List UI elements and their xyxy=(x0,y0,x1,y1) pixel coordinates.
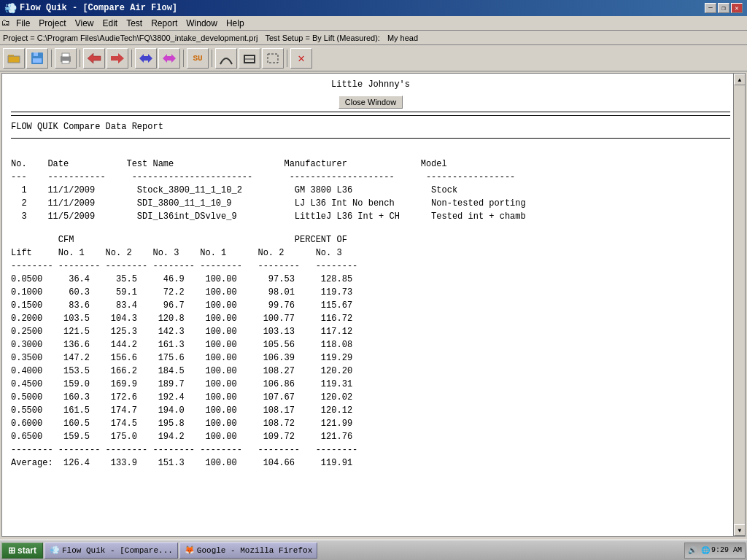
svg-rect-16 xyxy=(268,54,278,63)
data-row: 0.1000 60.3 59.1 72.2 100.00 98.01 119.7… xyxy=(11,286,730,299)
col-testname: Test Name xyxy=(116,159,252,169)
compare2-button[interactable] xyxy=(158,48,180,69)
tests-rows: 1 11/1/2009 Stock_3800_11_1_10_2 GM 3800… xyxy=(11,184,730,223)
restore-button[interactable]: ❐ xyxy=(718,3,729,13)
col-manufacturer: Manufacturer xyxy=(252,159,420,169)
compare1-button[interactable] xyxy=(135,48,157,69)
toolbar: SU ✕ xyxy=(0,45,747,71)
project-label: Project = C:\Program Files\AudieTech\FQ\… xyxy=(3,34,258,42)
data-row: 0.2000 103.5 104.3 120.8 100.00 100.77 1… xyxy=(11,312,730,325)
shape1-button[interactable] xyxy=(215,48,237,69)
separator-5 xyxy=(212,50,212,67)
separator-6 xyxy=(287,50,287,67)
minimize-button[interactable]: — xyxy=(705,3,716,13)
menu-edit[interactable]: Edit xyxy=(98,17,123,30)
print-button[interactable] xyxy=(55,48,77,69)
flow1-button[interactable] xyxy=(83,48,105,69)
data-row: 0.3500 147.2 156.6 175.6 100.00 106.39 1… xyxy=(11,351,730,365)
main-content[interactable]: ▲ ▼ Little Johnny's Close Window FLOW QU… xyxy=(1,73,746,537)
menu-test[interactable]: Test xyxy=(122,17,147,30)
title-bar: 💨 Flow Quik - [Compare Air Flow] — ❐ ✕ xyxy=(0,0,747,16)
inner-window-title: Little Johnny's xyxy=(11,79,730,90)
svg-marker-11 xyxy=(111,53,124,63)
su-button[interactable]: SU xyxy=(187,48,209,69)
menu-file[interactable]: File xyxy=(12,17,34,30)
svg-marker-12 xyxy=(139,54,152,63)
data-row: 0.0500 36.4 35.5 46.9 100.00 97.53 128.8… xyxy=(11,273,730,286)
menu-view[interactable]: View xyxy=(71,17,98,30)
separator-1 xyxy=(51,50,52,67)
data-separator: -------- -------- -------- -------- ----… xyxy=(11,260,730,273)
data-row: 0.5500 161.5 174.7 194.0 100.00 108.17 1… xyxy=(11,404,730,417)
data-row: 0.5000 160.3 172.6 192.4 100.00 107.67 1… xyxy=(11,391,730,404)
col-model: Model xyxy=(421,159,447,169)
close-button[interactable]: ✕ xyxy=(731,3,743,13)
menu-window[interactable]: Window xyxy=(182,17,222,30)
content-header: Little Johnny's Close Window xyxy=(11,79,730,112)
data-rows: 0.0500 36.4 35.5 46.9 100.00 97.53 128.8… xyxy=(11,273,730,443)
average-row: Average: 126.4 133.9 151.3 100.00 104.66… xyxy=(11,456,730,470)
separator-2 xyxy=(80,50,80,67)
save-small-button[interactable] xyxy=(26,48,48,69)
col-no: No. xyxy=(11,159,47,169)
project-bar: Project = C:\Program Files\AudieTech\FQ\… xyxy=(0,31,747,45)
report-title: FLOW QUIK Compare Data Report xyxy=(11,122,730,132)
test-row: 1 11/1/2009 Stock_3800_11_1_10_2 GM 3800… xyxy=(11,184,730,197)
data-row: 0.3000 136.6 144.2 161.3 100.00 105.56 1… xyxy=(11,338,730,351)
menu-icon: 🗂 xyxy=(1,18,10,28)
data-row: 0.4500 159.0 169.9 189.7 100.00 106.86 1… xyxy=(11,378,730,391)
svg-marker-13 xyxy=(163,54,176,63)
window-title: Flow Quik - [Compare Air Flow] xyxy=(20,3,177,13)
close-x-button[interactable]: ✕ xyxy=(290,48,312,69)
svg-rect-4 xyxy=(34,52,38,56)
shape3-button[interactable] xyxy=(262,48,284,69)
data-row: 0.6000 160.5 174.5 195.8 100.00 108.72 1… xyxy=(11,417,730,430)
data-row: 0.6500 159.5 175.0 194.2 100.00 109.72 1… xyxy=(11,430,730,443)
close-window-button[interactable]: Close Window xyxy=(338,96,403,109)
test-setup-label: Test Setup = By Lift (Measured): xyxy=(265,34,379,42)
data-row: 0.4000 153.5 166.2 184.5 100.00 108.27 1… xyxy=(11,365,730,378)
app-icon: 💨 xyxy=(4,2,17,15)
menu-report[interactable]: Report xyxy=(147,17,182,30)
data-cfm-header: CFM PERCENT OF xyxy=(11,233,730,246)
svg-rect-5 xyxy=(33,58,42,63)
separator-4 xyxy=(183,50,184,67)
data-cols-header: Lift No. 1 No. 2 No. 3 No. 1 No. 2 No. 3 xyxy=(11,246,730,260)
col-date: Date xyxy=(47,159,116,169)
menu-help[interactable]: Help xyxy=(222,17,249,30)
svg-rect-1 xyxy=(8,56,20,63)
head-label: My head xyxy=(387,34,418,42)
open-button[interactable] xyxy=(3,48,25,69)
test-row: 3 11/5/2009 SDI_L36int_DSvlve_9 LittleJ … xyxy=(11,210,730,223)
test-row: 2 11/1/2009 SDI_3800_11_1_10_9 LJ L36 In… xyxy=(11,197,730,210)
menu-project[interactable]: Project xyxy=(34,17,70,30)
separator-3 xyxy=(131,50,132,67)
tests-table: No. Date Test Name Manufacturer Model --… xyxy=(11,144,730,184)
svg-rect-8 xyxy=(62,61,69,63)
shape2-button[interactable] xyxy=(239,48,260,69)
data-row: 0.1500 83.6 83.4 96.7 100.00 99.76 115.6… xyxy=(11,299,730,312)
data-row: 0.2500 121.5 125.3 142.3 100.00 103.13 1… xyxy=(11,325,730,338)
data-bottom-separator: -------- -------- -------- -------- ----… xyxy=(11,443,730,456)
svg-marker-9 xyxy=(88,53,101,63)
flow2-button[interactable] xyxy=(107,48,128,69)
menu-bar: 🗂 File Project View Edit Test Report Win… xyxy=(0,16,747,31)
svg-rect-7 xyxy=(62,53,69,57)
